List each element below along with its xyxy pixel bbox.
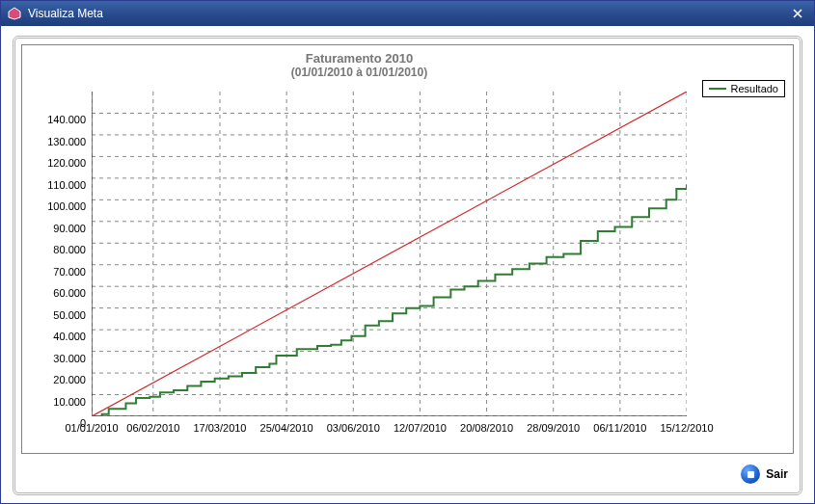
y-tick-label: 110.000 bbox=[47, 179, 86, 191]
legend-label: Resultado bbox=[730, 83, 778, 94]
close-icon bbox=[792, 8, 803, 19]
y-tick-label: 60.000 bbox=[53, 287, 86, 299]
close-button[interactable] bbox=[787, 5, 808, 22]
y-tick-label: 10.000 bbox=[53, 396, 86, 408]
x-tick-label: 03/06/2010 bbox=[327, 422, 380, 434]
stop-icon bbox=[741, 464, 760, 484]
panel: Faturamento 2010 (01/01/2010 à 01/01/201… bbox=[13, 36, 802, 495]
y-tick-label: 140.000 bbox=[47, 114, 86, 125]
y-tick-label: 50.000 bbox=[53, 309, 86, 321]
titlebar[interactable]: Visualiza Meta bbox=[1, 1, 814, 26]
x-tick-label: 01/01/2010 bbox=[65, 422, 118, 434]
x-tick-label: 15/12/2010 bbox=[660, 422, 713, 434]
y-tick-label: 40.000 bbox=[53, 331, 86, 342]
y-tick-label: 30.000 bbox=[53, 353, 86, 364]
chart-title: Faturamento 2010 bbox=[22, 51, 696, 66]
client-area: Faturamento 2010 (01/01/2010 à 01/01/201… bbox=[1, 26, 814, 503]
y-tick-label: 20.000 bbox=[53, 374, 86, 385]
y-tick-label: 70.000 bbox=[53, 266, 86, 278]
window-title: Visualiza Meta bbox=[28, 7, 787, 20]
y-axis: 010.00020.00030.00040.00050.00060.00070.… bbox=[22, 92, 92, 416]
y-tick-label: 130.000 bbox=[47, 136, 86, 147]
y-tick-label: 100.000 bbox=[47, 200, 86, 212]
x-axis: 01/01/201006/02/201017/03/201025/04/2010… bbox=[92, 416, 687, 453]
legend: Resultado bbox=[702, 80, 785, 97]
window: Visualiza Meta Faturamento 2010 (01/01/2… bbox=[0, 0, 815, 504]
exit-button[interactable]: Sair bbox=[735, 464, 794, 485]
y-tick-label: 80.000 bbox=[53, 244, 86, 255]
legend-swatch bbox=[709, 88, 726, 90]
x-tick-label: 28/09/2010 bbox=[527, 422, 580, 434]
x-tick-label: 12/07/2010 bbox=[394, 422, 447, 434]
x-tick-label: 06/11/2010 bbox=[593, 422, 646, 434]
footer: Sair bbox=[21, 454, 794, 489]
plot-area bbox=[92, 92, 687, 416]
x-tick-label: 17/03/2010 bbox=[193, 422, 246, 434]
exit-label: Sair bbox=[766, 467, 788, 481]
app-icon bbox=[7, 6, 22, 21]
y-tick-label: 90.000 bbox=[53, 223, 86, 234]
svg-marker-0 bbox=[9, 8, 20, 19]
chart-subtitle: (01/01/2010 à 01/01/2010) bbox=[22, 66, 696, 79]
y-tick-label: 120.000 bbox=[47, 157, 86, 169]
x-tick-label: 06/02/2010 bbox=[126, 422, 179, 434]
chart: Faturamento 2010 (01/01/2010 à 01/01/201… bbox=[21, 44, 794, 454]
x-tick-label: 25/04/2010 bbox=[260, 422, 313, 434]
x-tick-label: 20/08/2010 bbox=[460, 422, 513, 434]
